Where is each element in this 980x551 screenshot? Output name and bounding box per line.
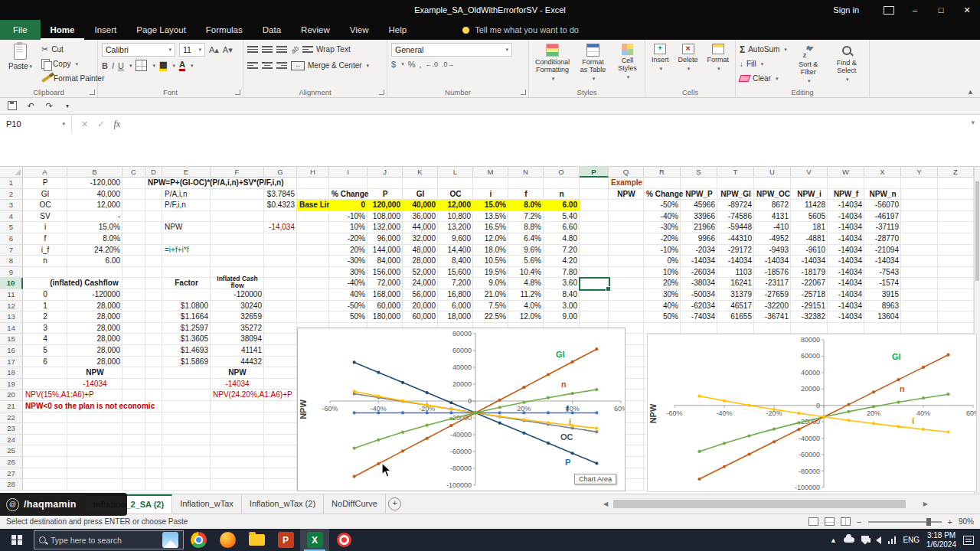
cell-I2[interactable]: % Change: [329, 189, 368, 201]
cell-U11[interactable]: -27659: [754, 289, 791, 301]
cell-J8[interactable]: 84,000: [368, 256, 403, 267]
column-header-E[interactable]: E: [162, 166, 211, 178]
clipboard-dialog-launcher[interactable]: [90, 90, 95, 95]
italic-button[interactable]: I: [112, 61, 114, 70]
taskbar-app-firefox[interactable]: [213, 529, 242, 551]
cell-R9[interactable]: 10%: [644, 267, 681, 279]
cell-M13[interactable]: 22.5%: [473, 311, 508, 323]
row-header-1[interactable]: 1: [0, 178, 23, 189]
cell-N2[interactable]: f: [508, 189, 544, 201]
row-header-25[interactable]: 25: [0, 445, 23, 457]
cell-B15[interactable]: 28,000: [67, 334, 122, 345]
cell-I10[interactable]: -40%: [329, 278, 368, 289]
cell-T7[interactable]: -29172: [717, 245, 754, 256]
cell-Q1[interactable]: Example: [609, 178, 644, 189]
cell-J4[interactable]: 108,000: [368, 211, 403, 223]
column-header-I[interactable]: I: [329, 166, 368, 178]
cut-button[interactable]: ✂Cut: [41, 43, 104, 56]
taskbar-clock[interactable]: 3:18 PM 1/6/2024: [926, 531, 956, 549]
cell-S5[interactable]: 21966: [681, 222, 717, 233]
copy-button[interactable]: Copy▾: [41, 57, 104, 70]
cell-N8[interactable]: 5.6%: [508, 256, 544, 267]
cell-F15[interactable]: 38094: [211, 334, 264, 345]
cell-F3[interactable]: $0.4323: [211, 200, 297, 211]
font-color-button[interactable]: A: [179, 60, 185, 71]
horizontal-scrollbar[interactable]: ◀ ▶: [603, 498, 928, 510]
cell-F16[interactable]: 41141: [211, 345, 264, 357]
cell-N6[interactable]: 6.4%: [508, 233, 544, 245]
cell-N9[interactable]: 10.4%: [508, 267, 544, 279]
cell-N3[interactable]: 8.0%: [508, 200, 544, 211]
ribbon-tab-help[interactable]: Help: [379, 20, 417, 40]
sensitivity-chart-left[interactable]: -100000-80000-60000-40000-20000020000400…: [297, 328, 626, 491]
cell-B14[interactable]: 28,000: [67, 323, 122, 334]
cell-L8[interactable]: 8,400: [438, 256, 473, 267]
taskbar-search-box[interactable]: Type here to search: [34, 530, 184, 549]
cell-B4[interactable]: -: [67, 211, 122, 223]
speaker-icon[interactable]: [876, 536, 881, 544]
column-header-M[interactable]: M: [473, 166, 508, 178]
cell-T2[interactable]: NPW_GI: [717, 189, 754, 201]
tell-me-search[interactable]: Tell me what you want to do: [462, 20, 579, 40]
cell-V5[interactable]: 181: [791, 222, 828, 233]
scroll-left-button[interactable]: ◀: [603, 500, 608, 507]
percent-style-button[interactable]: %: [408, 60, 416, 69]
cell-A17[interactable]: 6: [23, 357, 67, 368]
cell-N13[interactable]: 12.0%: [508, 311, 544, 323]
cell-S3[interactable]: 45966: [681, 200, 717, 211]
cell-S10[interactable]: -38034: [681, 278, 717, 289]
cell-T9[interactable]: 1103: [717, 267, 754, 279]
find-select-button[interactable]: Find & Select▾: [830, 43, 864, 86]
alignment-dialog-launcher[interactable]: [379, 90, 384, 95]
cell-S6[interactable]: 9966: [681, 233, 717, 245]
cell-A12[interactable]: 1: [23, 301, 67, 312]
cell-L11[interactable]: 16,800: [438, 289, 473, 301]
cell-O11[interactable]: 8.40: [544, 289, 580, 301]
column-header-T[interactable]: T: [717, 166, 754, 178]
cell-V13[interactable]: -32382: [791, 311, 828, 323]
cell-X11[interactable]: 3915: [864, 289, 901, 301]
column-header-S[interactable]: S: [681, 166, 717, 178]
cell-T5[interactable]: -59448: [717, 222, 754, 233]
cell-W12[interactable]: -14034: [828, 301, 864, 312]
row-header-20[interactable]: 20: [0, 390, 23, 401]
sheet-tab-inflation-wtax-2-[interactable]: Inflation_wTax (2): [242, 494, 324, 514]
vertical-scrollbar-thumb[interactable]: [975, 181, 979, 281]
cell-K10[interactable]: 24,000: [403, 278, 438, 289]
cell-L6[interactable]: 9,600: [438, 233, 473, 245]
cell-E14[interactable]: $1.2597: [162, 323, 211, 334]
cell-U9[interactable]: -18576: [754, 267, 791, 279]
cell-F17[interactable]: 44432: [211, 357, 264, 368]
cell-B16[interactable]: 28,000: [67, 345, 122, 357]
cell-I12[interactable]: -50%: [329, 301, 368, 312]
cell-I3[interactable]: 0: [329, 200, 368, 211]
cell-X7[interactable]: -21094: [864, 245, 901, 256]
row-header-12[interactable]: 12: [0, 301, 23, 312]
cell-F12[interactable]: 30240: [211, 301, 264, 312]
cell-X8[interactable]: -14034: [864, 256, 901, 267]
cell-O9[interactable]: 7.80: [544, 267, 580, 279]
cell-M6[interactable]: 12.0%: [473, 233, 508, 245]
cell-R6[interactable]: -20%: [644, 233, 681, 245]
cell-X13[interactable]: 13604: [864, 311, 901, 323]
column-header-B[interactable]: B: [67, 166, 122, 178]
cell-S7[interactable]: -2034: [681, 245, 717, 256]
normal-view-button[interactable]: [808, 517, 818, 526]
cell-F14[interactable]: 35272: [211, 323, 264, 334]
cell-R13[interactable]: 50%: [644, 311, 681, 323]
cell-I4[interactable]: -10%: [329, 211, 368, 223]
cell-L10[interactable]: 7,200: [438, 278, 473, 289]
cell-U13[interactable]: -36741: [754, 311, 791, 323]
increase-decimal-button[interactable]: ←.0: [425, 60, 438, 68]
column-header-C[interactable]: C: [122, 166, 145, 178]
cell-X12[interactable]: 8963: [864, 301, 901, 312]
row-header-10[interactable]: 10: [0, 278, 23, 289]
font-dialog-launcher[interactable]: [235, 90, 240, 95]
cell-N4[interactable]: 7.2%: [508, 211, 544, 223]
redo-button[interactable]: ↷: [41, 99, 57, 112]
cell-U12[interactable]: -32200: [754, 301, 791, 312]
cell-L3[interactable]: 12,000: [438, 200, 473, 211]
grow-font-button[interactable]: A▴: [209, 45, 219, 55]
cancel-icon[interactable]: ✕: [81, 119, 88, 129]
cell-V11[interactable]: -25718: [791, 289, 828, 301]
